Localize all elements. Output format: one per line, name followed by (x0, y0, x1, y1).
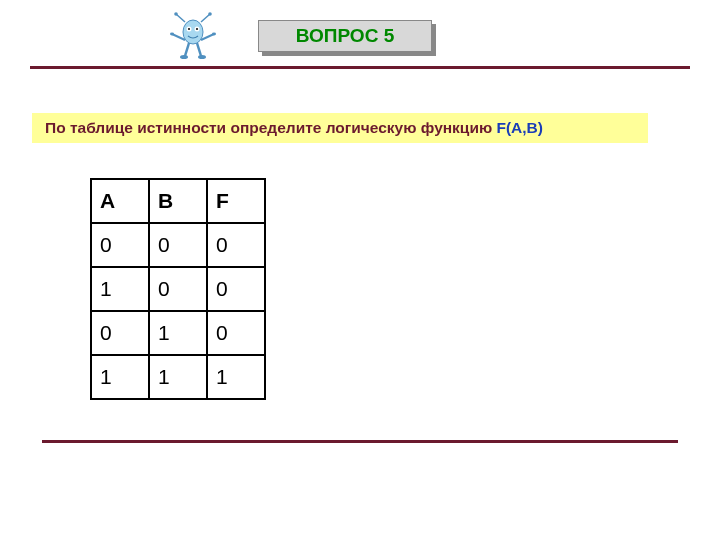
cell: 0 (91, 223, 149, 267)
svg-line-14 (197, 43, 201, 56)
instruction-function: F(A,B) (496, 119, 543, 136)
svg-line-13 (185, 43, 189, 56)
table-row: 0 0 0 (91, 223, 265, 267)
truth-table: A B F 0 0 0 1 0 0 0 1 0 1 1 1 (90, 178, 266, 400)
svg-point-4 (208, 12, 212, 16)
svg-line-1 (176, 14, 185, 22)
table-header-row: A B F (91, 179, 265, 223)
col-a-header: A (91, 179, 149, 223)
cell: 0 (207, 311, 265, 355)
svg-point-3 (174, 12, 178, 16)
cell: 0 (207, 223, 265, 267)
svg-point-0 (183, 20, 203, 44)
cell: 1 (207, 355, 265, 399)
table-row: 0 1 0 (91, 311, 265, 355)
title-box: ВОПРОС 5 (258, 20, 432, 52)
instruction-box: По таблице истинности определите логичес… (32, 113, 648, 143)
svg-point-15 (180, 55, 188, 59)
svg-point-8 (196, 28, 198, 30)
svg-point-11 (170, 33, 174, 36)
cell: 1 (149, 311, 207, 355)
instruction-text: По таблице истинности определите логичес… (45, 119, 543, 137)
col-f-header: F (207, 179, 265, 223)
mascot-icon (168, 12, 218, 62)
cell: 1 (149, 355, 207, 399)
cell: 0 (149, 223, 207, 267)
svg-line-2 (201, 14, 210, 22)
question-title: ВОПРОС 5 (296, 25, 394, 47)
footer-divider (42, 440, 678, 443)
cell: 0 (207, 267, 265, 311)
table-row: 1 1 1 (91, 355, 265, 399)
cell: 0 (91, 311, 149, 355)
svg-point-16 (198, 55, 206, 59)
col-b-header: B (149, 179, 207, 223)
instruction-prefix: По таблице истинности определите логичес… (45, 119, 496, 136)
svg-point-7 (188, 28, 190, 30)
header-divider (30, 66, 690, 69)
table-row: 1 0 0 (91, 267, 265, 311)
header-area: ВОПРОС 5 (0, 0, 720, 70)
cell: 1 (91, 355, 149, 399)
cell: 1 (91, 267, 149, 311)
svg-point-12 (212, 33, 216, 36)
cell: 0 (149, 267, 207, 311)
